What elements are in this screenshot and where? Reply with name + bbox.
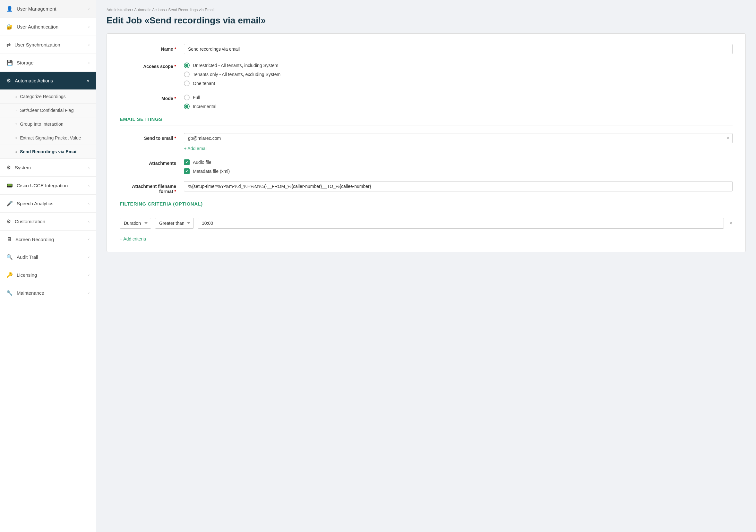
send-to-email-row: Send to email * × + Add email xyxy=(120,133,733,151)
form-card: Name * Access scope * Unrestricted - All… xyxy=(107,33,746,252)
sidebar-item-cisco-ucce[interactable]: 📟 Cisco UCCE Integration ‹ xyxy=(0,177,96,195)
radio-circle-checked xyxy=(184,104,190,109)
access-scope-option-2[interactable]: One tenant xyxy=(184,81,733,86)
mode-radio-group: Full Incremental xyxy=(184,93,733,109)
user-auth-icon: 🔐 xyxy=(6,24,13,30)
sidebar-item-system[interactable]: ⚙ System ‹ xyxy=(0,159,96,177)
sidebar-label-user-authentication: User Authentication xyxy=(17,24,58,30)
chevron-icon: ‹ xyxy=(88,255,90,260)
sidebar-label-user-synchronization: User Synchronization xyxy=(14,42,60,47)
sidebar-label-customization: Customization xyxy=(15,219,45,224)
filter-value-input[interactable] xyxy=(198,218,724,229)
speech-analytics-icon: 🎤 xyxy=(6,200,13,207)
breadcrumb-current: Send Recordings via Email xyxy=(168,8,214,12)
sidebar-item-user-authentication[interactable]: 🔐 User Authentication ‹ xyxy=(0,18,96,36)
sidebar-label-automatic-actions: Automatic Actions xyxy=(15,78,53,83)
sidebar-sub-label: Set/Clear Confidential Flag xyxy=(20,108,73,113)
sidebar-item-speech-analytics[interactable]: 🎤 Speech Analytics ‹ xyxy=(0,195,96,213)
filter-operator-select[interactable]: Greater than Less than Equal to Contains xyxy=(155,218,194,229)
sidebar-label-licensing: Licensing xyxy=(17,272,37,278)
cisco-icon: 📟 xyxy=(6,183,13,189)
name-row: Name * xyxy=(120,44,733,54)
screen-recording-icon: 🖥 xyxy=(6,236,12,242)
name-label: Name * xyxy=(120,44,184,52)
chevron-right-icon: » xyxy=(15,108,17,112)
sidebar-item-maintenance[interactable]: 🔧 Maintenance ‹ xyxy=(0,284,96,302)
attachments-label: Attachments xyxy=(120,158,184,166)
sidebar-sub-group-into-interaction[interactable]: » Group Into Interaction xyxy=(0,117,96,131)
chevron-icon: ‹ xyxy=(88,219,90,224)
automatic-actions-icon: ⚙ xyxy=(6,78,11,84)
access-scope-field: Unrestricted - All tenants, including Sy… xyxy=(184,61,733,86)
chevron-icon: ‹ xyxy=(88,201,90,206)
sidebar-sub-set-clear-flag[interactable]: » Set/Clear Confidential Flag xyxy=(0,104,96,117)
audit-trail-icon: 🔍 xyxy=(6,254,13,260)
sidebar-label-cisco-ucce: Cisco UCCE Integration xyxy=(17,183,68,188)
sidebar-item-user-management[interactable]: 👤 User Management ‹ xyxy=(0,0,96,18)
send-to-email-input[interactable] xyxy=(184,133,733,143)
sidebar-item-storage[interactable]: 💾 Storage ‹ xyxy=(0,54,96,72)
sidebar-label-speech-analytics: Speech Analytics xyxy=(17,201,53,206)
user-sync-icon: ⇄ xyxy=(6,42,11,48)
licensing-icon: 🔑 xyxy=(6,272,13,278)
radio-circle xyxy=(184,71,190,77)
filename-format-input[interactable] xyxy=(184,181,733,191)
add-criteria-button[interactable]: + Add criteria xyxy=(120,236,146,241)
chevron-icon: ‹ xyxy=(88,25,90,29)
mode-option-incremental[interactable]: Incremental xyxy=(184,104,733,109)
radio-circle-checked xyxy=(184,63,190,68)
system-icon: ⚙ xyxy=(6,165,11,171)
checkbox-checked xyxy=(184,159,190,165)
access-scope-option-0[interactable]: Unrestricted - All tenants, including Sy… xyxy=(184,63,733,68)
breadcrumb-automatic-actions[interactable]: Automatic Actions xyxy=(134,8,165,12)
sidebar-label-user-management: User Management xyxy=(17,6,56,12)
chevron-icon: ‹ xyxy=(88,43,90,47)
radio-circle xyxy=(184,95,190,100)
filename-format-row: Attachment filename format * xyxy=(120,181,733,194)
sidebar-label-storage: Storage xyxy=(17,60,34,65)
chevron-right-icon: » xyxy=(15,122,17,126)
attachment-audio-file[interactable]: Audio file xyxy=(184,159,733,165)
mode-field: Full Incremental xyxy=(184,93,733,109)
breadcrumb: Administration › Automatic Actions › Sen… xyxy=(107,8,746,12)
chevron-right-icon: » xyxy=(15,150,17,154)
mode-label: Mode * xyxy=(120,93,184,101)
filename-format-label: Attachment filename format * xyxy=(120,181,184,194)
sidebar-sub-extract-signaling[interactable]: » Extract Signaling Packet Value xyxy=(0,131,96,145)
mode-row: Mode * Full Incremental xyxy=(120,93,733,109)
attachment-metadata-file[interactable]: Metadata file (xml) xyxy=(184,168,733,174)
sidebar-sub-send-recordings-email[interactable]: » Send Recordings via Email xyxy=(0,145,96,159)
chevron-icon: ‹ xyxy=(88,291,90,295)
maintenance-icon: 🔧 xyxy=(6,290,13,296)
sidebar-item-screen-recording[interactable]: 🖥 Screen Recording ‹ xyxy=(0,231,96,248)
sidebar-item-licensing[interactable]: 🔑 Licensing ‹ xyxy=(0,266,96,284)
sidebar-item-customization[interactable]: ⚙ Customization ‹ xyxy=(0,213,96,231)
sidebar-item-audit-trail[interactable]: 🔍 Audit Trail ‹ xyxy=(0,248,96,266)
chevron-right-icon: » xyxy=(15,136,17,140)
filter-criteria-row: Duration Caller Callee Direction Agent G… xyxy=(120,218,733,229)
customization-icon: ⚙ xyxy=(6,218,11,224)
access-scope-option-1[interactable]: Tenants only - All tenants, excluding Sy… xyxy=(184,71,733,77)
send-to-email-label: Send to email * xyxy=(120,133,184,141)
sidebar-item-automatic-actions[interactable]: ⚙ Automatic Actions ∨ xyxy=(0,72,96,90)
add-email-button[interactable]: + Add email xyxy=(184,146,208,151)
attachments-row: Attachments Audio file Metadata file (xm… xyxy=(120,158,733,174)
filter-field-select[interactable]: Duration Caller Callee Direction Agent xyxy=(120,218,151,229)
email-settings-section-header: EMAIL SETTINGS xyxy=(120,116,733,125)
sidebar-sub-label: Send Recordings via Email xyxy=(20,149,78,154)
clear-email-button[interactable]: × xyxy=(726,136,729,141)
sidebar-sub-categorize-recordings[interactable]: » Categorize Recordings xyxy=(0,90,96,104)
clear-filter-button[interactable]: × xyxy=(729,220,733,226)
sidebar-sub-label: Group Into Interaction xyxy=(20,121,63,127)
chevron-icon: ‹ xyxy=(88,61,90,65)
name-input[interactable] xyxy=(184,44,733,54)
mode-option-full[interactable]: Full xyxy=(184,95,733,100)
name-field xyxy=(184,44,733,54)
breadcrumb-administration[interactable]: Administration xyxy=(107,8,131,12)
user-management-icon: 👤 xyxy=(6,6,13,12)
chevron-down-icon: ∨ xyxy=(87,79,90,83)
sidebar-sub-label: Categorize Recordings xyxy=(20,94,66,99)
filename-format-field xyxy=(184,181,733,191)
chevron-icon: ‹ xyxy=(88,273,90,277)
sidebar-item-user-synchronization[interactable]: ⇄ User Synchronization ‹ xyxy=(0,36,96,54)
